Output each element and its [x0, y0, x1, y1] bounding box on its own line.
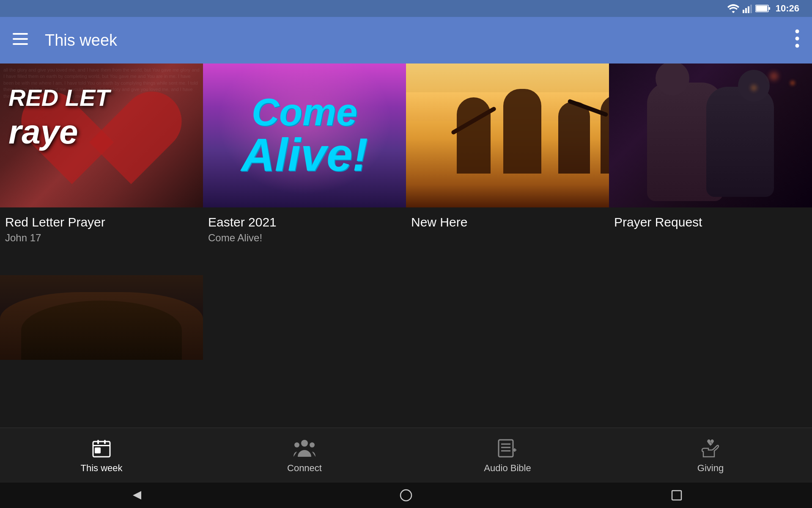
prayer-people: [643, 76, 778, 207]
second-row: [0, 275, 812, 360]
wifi-icon: [727, 4, 739, 13]
bokeh2: [751, 85, 757, 91]
card-rlp-title: Red Letter Prayer: [5, 215, 198, 229]
connect-label: Connect: [287, 463, 322, 474]
svg-rect-8: [13, 38, 28, 40]
svg-rect-2: [748, 6, 749, 13]
app-bar: This week: [0, 17, 812, 64]
card-new-here-title: New Here: [411, 215, 604, 229]
svg-point-12: [796, 44, 799, 47]
nav-giving[interactable]: Giving: [609, 437, 812, 474]
hand-shape2: [21, 301, 182, 360]
giving-label: Giving: [697, 463, 724, 474]
battery-icon: [755, 4, 771, 13]
card-new-here-info: New Here: [406, 207, 609, 235]
person-right: [706, 87, 774, 197]
svg-rect-14: [93, 445, 110, 446]
bokeh3: [790, 80, 795, 86]
audio-bible-label: Audio Bible: [484, 463, 531, 474]
nav-audio-bible[interactable]: Audio Bible: [406, 437, 609, 474]
prayer-bg: [609, 64, 812, 207]
new-here-image: [406, 64, 609, 207]
card-easter-subtitle: Come Alive!: [208, 232, 401, 244]
time-display: 10:26: [776, 3, 799, 14]
svg-point-28: [401, 490, 411, 501]
audio-bible-icon: [497, 437, 518, 459]
card-prayer-request[interactable]: Prayer Request: [609, 64, 812, 271]
svg-rect-17: [95, 447, 101, 453]
bokeh1: [770, 72, 778, 80]
head-left: [656, 64, 689, 95]
this-week-label: This week: [80, 463, 122, 474]
come-text: Come: [241, 93, 368, 131]
person3: [558, 102, 590, 174]
svg-rect-16: [104, 440, 106, 444]
card-partial-hands[interactable]: [0, 275, 203, 360]
home-button[interactable]: [395, 485, 417, 506]
signal-icon: [743, 4, 752, 13]
card-easter-2021[interactable]: Come Alive! Easter 2021 Come Alive!: [203, 64, 406, 271]
card-prayer-info: Prayer Request: [609, 207, 812, 235]
rlp-title-text: RED LET: [8, 85, 195, 111]
svg-point-20: [310, 442, 315, 447]
nav-this-week[interactable]: This week: [0, 437, 203, 474]
svg-marker-27: [133, 491, 141, 500]
alive-text: Alive!: [241, 131, 368, 178]
status-bar: 10:26: [0, 0, 812, 17]
giving-icon: [700, 437, 721, 459]
card-rlp-info: Red Letter Prayer John 17: [0, 207, 203, 247]
connect-icon: [294, 437, 315, 459]
nav-connect[interactable]: Connect: [203, 437, 406, 474]
hands-image: [0, 275, 203, 360]
svg-rect-6: [768, 7, 770, 10]
person4: [601, 95, 609, 174]
svg-rect-7: [13, 33, 28, 35]
card-prayer-title: Prayer Request: [614, 215, 807, 229]
svg-point-19: [294, 442, 299, 447]
page-title: This week: [45, 31, 795, 50]
cards-row: all the glory and give you loved me, and…: [0, 64, 812, 271]
menu-button[interactable]: [13, 33, 28, 48]
rlp-prayer-text: raye: [8, 115, 195, 149]
svg-rect-9: [13, 43, 28, 45]
card-easter-title: Easter 2021: [208, 215, 401, 229]
svg-rect-5: [756, 6, 767, 11]
svg-rect-3: [750, 5, 752, 13]
svg-rect-29: [672, 491, 681, 500]
svg-point-18: [301, 440, 308, 447]
card-red-letter-prayer[interactable]: all the glory and give you loved me, and…: [0, 64, 203, 271]
svg-point-11: [796, 36, 799, 40]
content-area: all the glory and give you loved me, and…: [0, 64, 812, 451]
card-easter-info: Easter 2021 Come Alive!: [203, 207, 406, 247]
svg-rect-21: [499, 440, 513, 457]
come-alive-overlay: Come Alive!: [241, 93, 368, 178]
back-button[interactable]: [125, 485, 146, 506]
card-new-here[interactable]: New Here: [406, 64, 609, 271]
system-nav-bar: [0, 483, 812, 508]
person1: [457, 97, 491, 174]
recents-button[interactable]: [666, 485, 687, 506]
bottom-nav: This week Connect: [0, 428, 812, 483]
svg-point-10: [796, 29, 799, 33]
rlp-overlay: RED LET raye: [0, 64, 203, 207]
more-options-button[interactable]: [795, 29, 799, 52]
svg-rect-1: [745, 8, 747, 13]
this-week-icon: [91, 437, 112, 459]
svg-rect-0: [743, 10, 744, 13]
card-rlp-subtitle: John 17: [5, 232, 198, 244]
svg-rect-15: [97, 440, 99, 444]
status-icons: 10:26: [727, 3, 799, 14]
person2: [503, 89, 541, 174]
